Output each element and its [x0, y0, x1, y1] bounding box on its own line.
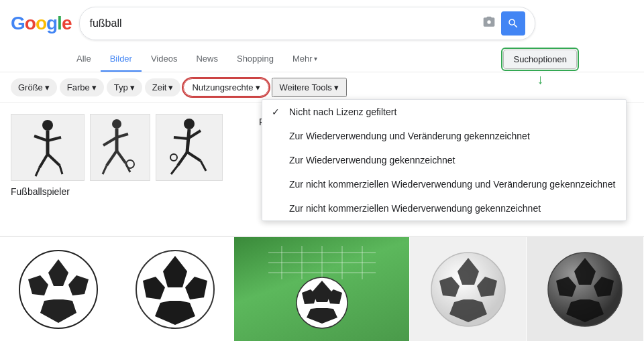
- player-image-2[interactable]: [90, 114, 150, 181]
- tab-shopping[interactable]: Shopping: [227, 47, 283, 72]
- svg-line-11: [117, 134, 128, 137]
- search-button[interactable]: [501, 11, 525, 36]
- svg-line-21: [178, 152, 187, 165]
- svg-line-3: [48, 137, 61, 141]
- soccer-ball-1[interactable]: [0, 237, 117, 341]
- svg-point-17: [184, 119, 195, 129]
- google-logo: Google: [11, 13, 71, 34]
- svg-line-2: [34, 136, 48, 141]
- filter-weitere-tools[interactable]: Weitere Tools ▾: [272, 78, 347, 97]
- chevron-down-icon: ▾: [92, 82, 97, 92]
- dropdown-item-3[interactable]: Zur Wiederverwendung gekennzeichnet: [262, 148, 626, 172]
- dropdown-item-2[interactable]: Zur Wiederverwendung und Veränderung gek…: [262, 124, 626, 148]
- svg-line-22: [187, 152, 201, 161]
- suchoptionen-button[interactable]: Suchoptionen ↓: [503, 50, 577, 69]
- svg-point-25: [170, 154, 177, 161]
- svg-line-7: [60, 165, 62, 174]
- camera-icon[interactable]: [482, 15, 496, 32]
- tab-mehr[interactable]: Mehr ▾: [283, 47, 327, 72]
- filter-groesse[interactable]: Größe ▾: [11, 78, 57, 96]
- arrow-indicator: ↓: [537, 72, 543, 87]
- tab-videos[interactable]: Videos: [142, 47, 187, 72]
- player-image-row: [11, 114, 237, 181]
- tab-news[interactable]: News: [186, 47, 227, 72]
- search-bar: [79, 7, 535, 40]
- svg-line-12: [107, 151, 117, 165]
- svg-point-0: [42, 120, 53, 131]
- tab-alle[interactable]: Alle: [67, 47, 101, 72]
- svg-line-6: [36, 167, 40, 176]
- filter-farbe[interactable]: Farbe ▾: [60, 78, 104, 96]
- dropdown-item-1[interactable]: Nicht nach Lizenz gefiltert: [262, 100, 626, 124]
- soccer-ball-5[interactable]: [527, 237, 644, 341]
- image-caption-1: Fußballspieler: [11, 186, 237, 197]
- chevron-down-icon: ▾: [168, 82, 173, 92]
- filter-nutzungsrechte[interactable]: Nutzungsrechte ▾: [183, 78, 268, 96]
- chevron-down-icon: ▾: [45, 82, 50, 92]
- tab-bilder[interactable]: Bilder: [101, 47, 142, 72]
- header: Google: [0, 0, 644, 47]
- svg-line-10: [103, 137, 117, 145]
- svg-line-24: [201, 161, 206, 171]
- player-image-3[interactable]: [156, 114, 223, 181]
- left-results: Fußballspieler: [0, 103, 248, 208]
- svg-line-18: [187, 129, 189, 152]
- svg-line-5: [48, 154, 60, 165]
- dropdown-item-5[interactable]: Zur nicht kommerziellen Wiederverwendung…: [262, 196, 626, 220]
- svg-line-13: [117, 151, 125, 163]
- svg-line-4: [40, 154, 48, 167]
- bottom-image-row: [0, 236, 644, 343]
- chevron-down-icon: ▾: [314, 55, 317, 62]
- chevron-down-icon: ▾: [256, 82, 260, 92]
- filter-typ[interactable]: Typ ▾: [107, 78, 142, 96]
- svg-line-23: [171, 165, 178, 174]
- nutzungsrechte-dropdown: Nicht nach Lizenz gefiltert Zur Wiederve…: [262, 99, 627, 221]
- dropdown-item-4[interactable]: Zur nicht kommerziellen Wiederverwendung…: [262, 172, 626, 196]
- svg-line-14: [103, 165, 107, 174]
- filter-zeit[interactable]: Zeit ▾: [145, 78, 181, 96]
- chevron-down-icon: ▾: [130, 82, 135, 92]
- search-input[interactable]: [89, 17, 482, 29]
- svg-point-8: [112, 119, 121, 129]
- svg-point-16: [126, 160, 134, 168]
- svg-line-19: [174, 137, 188, 139]
- nav-tabs: Alle Bilder Videos News Shopping Mehr ▾ …: [0, 47, 644, 72]
- soccer-ball-2[interactable]: [117, 237, 235, 341]
- soccer-ball-3[interactable]: [234, 237, 409, 341]
- chevron-down-icon: ▾: [334, 82, 339, 92]
- soccer-ball-4[interactable]: [410, 237, 527, 341]
- player-image-1[interactable]: [11, 114, 85, 181]
